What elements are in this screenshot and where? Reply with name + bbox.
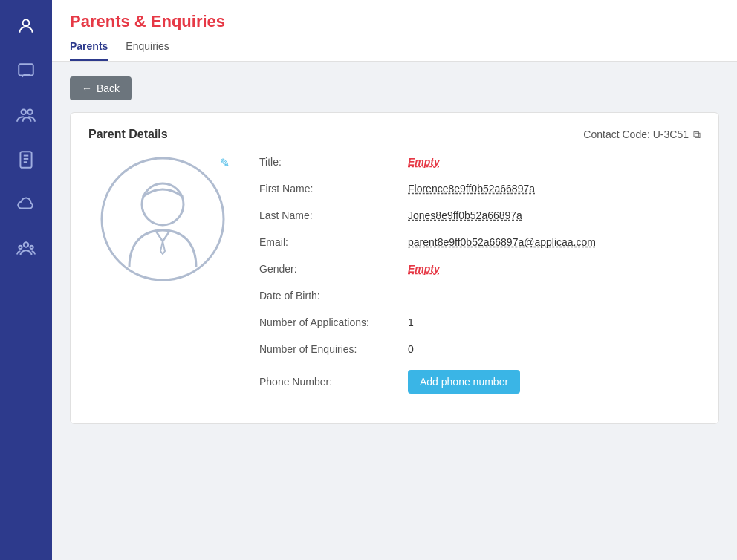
- avatar: [100, 156, 226, 282]
- gender-label: Gender:: [259, 263, 408, 275]
- num-applications-label: Number of Applications:: [259, 316, 408, 328]
- contact-code: Contact Code: U-3C51 ⧉: [583, 128, 701, 141]
- num-enquiries-value: 0: [408, 343, 414, 355]
- sidebar-item-cloud[interactable]: [7, 186, 45, 223]
- card-body: ✎: [88, 156, 701, 408]
- copy-icon[interactable]: ⧉: [693, 128, 701, 141]
- email-row: Email: parent8e9ff0b52a66897a@applicaa.c…: [259, 236, 701, 248]
- svg-point-10: [30, 246, 33, 249]
- page-title: Parents & Enquiries: [70, 12, 719, 31]
- num-enquiries-row: Number of Enquiries: 0: [259, 343, 701, 355]
- num-applications-value: 1: [408, 316, 414, 328]
- sidebar-item-document[interactable]: [7, 141, 45, 178]
- svg-point-0: [23, 19, 30, 26]
- last-name-value[interactable]: Jones8e9ff0b52a66897a: [408, 209, 522, 221]
- email-value[interactable]: parent8e9ff0b52a66897a@applicaa.com: [408, 236, 596, 248]
- svg-point-8: [24, 242, 29, 247]
- title-value[interactable]: Empty: [408, 156, 440, 168]
- card-title: Parent Details: [88, 128, 168, 141]
- sidebar-item-users[interactable]: [7, 7, 45, 45]
- first-name-row: First Name: Florence8e9ff0b52a66897a: [259, 183, 701, 195]
- num-applications-row: Number of Applications: 1: [259, 316, 701, 328]
- back-button[interactable]: ← Back: [70, 76, 132, 100]
- content-area: ← Back Parent Details Contact Code: U-3C…: [52, 62, 737, 560]
- sidebar: [0, 0, 52, 560]
- main-content: Parents & Enquiries Parents Enquiries ← …: [52, 0, 737, 560]
- edit-icon[interactable]: ✎: [220, 156, 230, 170]
- gender-value[interactable]: Empty: [408, 263, 440, 275]
- title-label: Title:: [259, 156, 408, 168]
- dob-row: Date of Birth:: [259, 290, 701, 302]
- svg-point-11: [102, 158, 224, 280]
- add-phone-button[interactable]: Add phone number: [408, 370, 520, 394]
- svg-point-3: [27, 109, 32, 114]
- dob-label: Date of Birth:: [259, 290, 408, 302]
- first-name-label: First Name:: [259, 183, 408, 195]
- tab-enquiries[interactable]: Enquiries: [126, 40, 169, 61]
- svg-rect-4: [20, 152, 31, 168]
- gender-row: Gender: Empty: [259, 263, 701, 275]
- svg-point-9: [19, 246, 22, 249]
- phone-row: Phone Number: Add phone number: [259, 370, 701, 394]
- card-header: Parent Details Contact Code: U-3C51 ⧉: [88, 128, 701, 141]
- phone-label: Phone Number:: [259, 376, 408, 388]
- tab-parents[interactable]: Parents: [70, 40, 108, 61]
- details-section: Title: Empty First Name: Florence8e9ff0b…: [259, 156, 701, 408]
- parent-details-card: Parent Details Contact Code: U-3C51 ⧉ ✎: [70, 112, 719, 424]
- header: Parents & Enquiries Parents Enquiries: [52, 0, 737, 62]
- tabs: Parents Enquiries: [70, 40, 719, 61]
- sidebar-item-group[interactable]: [7, 97, 45, 134]
- avatar-section: ✎: [88, 156, 237, 408]
- last-name-row: Last Name: Jones8e9ff0b52a66897a: [259, 209, 701, 221]
- title-row: Title: Empty: [259, 156, 701, 168]
- back-arrow-icon: ←: [82, 82, 92, 94]
- sidebar-item-team[interactable]: [7, 230, 45, 267]
- svg-rect-1: [19, 64, 33, 75]
- last-name-label: Last Name:: [259, 209, 408, 221]
- svg-point-2: [22, 109, 27, 114]
- email-label: Email:: [259, 236, 408, 248]
- first-name-value[interactable]: Florence8e9ff0b52a66897a: [408, 183, 535, 195]
- sidebar-item-chat[interactable]: [7, 52, 45, 89]
- num-enquiries-label: Number of Enquiries:: [259, 343, 408, 355]
